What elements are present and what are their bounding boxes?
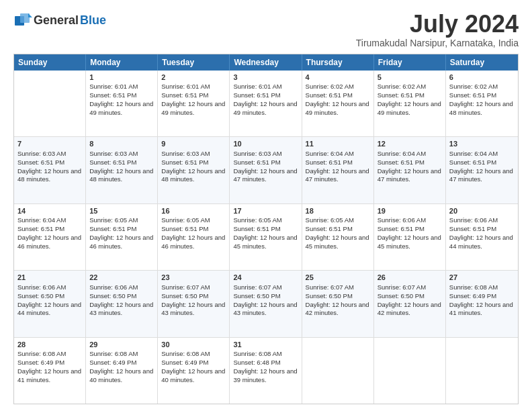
sunrise-text: Sunrise: 6:01 AM <box>233 83 281 90</box>
daylight-text: Daylight: 12 hours and 39 minutes. <box>233 367 297 383</box>
table-row: 14Sunrise: 6:04 AMSunset: 6:51 PMDayligh… <box>14 204 86 270</box>
table-row <box>302 338 374 404</box>
day-number: 9 <box>161 139 226 149</box>
table-row: 24Sunrise: 6:07 AMSunset: 6:50 PMDayligh… <box>230 271 302 336</box>
table-row: 3Sunrise: 6:01 AMSunset: 6:51 PMDaylight… <box>230 71 302 136</box>
sunset-text: Sunset: 6:51 PM <box>161 225 208 232</box>
day-number: 11 <box>306 139 370 149</box>
daylight-text: Daylight: 12 hours and 45 minutes. <box>378 234 441 250</box>
sunrise-text: Sunrise: 6:08 AM <box>233 350 281 357</box>
daylight-text: Daylight: 12 hours and 44 minutes. <box>17 301 81 317</box>
daylight-text: Daylight: 12 hours and 41 minutes. <box>449 301 513 317</box>
calendar-row: 21Sunrise: 6:06 AMSunset: 6:50 PMDayligh… <box>14 271 518 337</box>
logo-blue: Blue <box>80 13 106 28</box>
day-number: 4 <box>306 73 370 83</box>
day-number: 26 <box>378 273 442 283</box>
table-row: 31Sunrise: 6:08 AMSunset: 6:48 PMDayligh… <box>230 338 302 404</box>
day-number: 6 <box>449 73 515 83</box>
header-cell-wednesday: Wednesday <box>230 54 302 71</box>
day-number: 3 <box>233 73 298 83</box>
sunrise-text: Sunrise: 6:08 AM <box>161 350 210 357</box>
daylight-text: Daylight: 12 hours and 47 minutes. <box>306 167 369 183</box>
sunrise-text: Sunrise: 6:02 AM <box>449 83 498 90</box>
sunset-text: Sunset: 6:51 PM <box>378 225 425 232</box>
sunrise-text: Sunrise: 6:04 AM <box>449 150 498 157</box>
day-number: 27 <box>449 273 515 283</box>
daylight-text: Daylight: 12 hours and 49 minutes. <box>161 100 225 116</box>
sunrise-text: Sunrise: 6:06 AM <box>17 283 66 291</box>
table-row: 15Sunrise: 6:05 AMSunset: 6:51 PMDayligh… <box>86 204 158 270</box>
sunrise-text: Sunrise: 6:06 AM <box>449 216 498 224</box>
header-cell-sunday: Sunday <box>14 54 86 71</box>
sunset-text: Sunset: 6:51 PM <box>449 225 496 232</box>
sunrise-text: Sunrise: 6:02 AM <box>378 83 426 90</box>
title-location: Tirumakudal Narsipur, Karnataka, India <box>356 38 519 48</box>
sunrise-text: Sunrise: 6:06 AM <box>89 283 138 291</box>
table-row: 26Sunrise: 6:07 AMSunset: 6:50 PMDayligh… <box>374 271 446 336</box>
daylight-text: Daylight: 12 hours and 43 minutes. <box>233 301 297 317</box>
daylight-text: Daylight: 12 hours and 49 minutes. <box>89 100 153 116</box>
day-number: 12 <box>378 139 442 149</box>
daylight-text: Daylight: 12 hours and 48 minutes. <box>161 167 225 183</box>
day-number: 8 <box>89 139 154 149</box>
day-number: 10 <box>233 139 298 149</box>
daylight-text: Daylight: 12 hours and 40 minutes. <box>89 367 153 383</box>
sunset-text: Sunset: 6:51 PM <box>161 91 208 99</box>
sunset-text: Sunset: 6:49 PM <box>161 359 208 366</box>
header: General Blue July 2024 Tirumakudal Narsi… <box>13 11 519 48</box>
table-row: 13Sunrise: 6:04 AMSunset: 6:51 PMDayligh… <box>446 137 518 203</box>
table-row: 16Sunrise: 6:05 AMSunset: 6:51 PMDayligh… <box>158 204 230 270</box>
daylight-text: Daylight: 12 hours and 46 minutes. <box>17 234 81 250</box>
header-cell-saturday: Saturday <box>446 54 518 71</box>
sunset-text: Sunset: 6:51 PM <box>161 158 208 166</box>
daylight-text: Daylight: 12 hours and 43 minutes. <box>89 301 153 317</box>
day-number: 13 <box>449 139 515 149</box>
daylight-text: Daylight: 12 hours and 46 minutes. <box>89 234 153 250</box>
day-number: 30 <box>161 340 226 350</box>
calendar-header: SundayMondayTuesdayWednesdayThursdayFrid… <box>14 54 518 71</box>
day-number: 17 <box>233 206 298 216</box>
table-row: 25Sunrise: 6:07 AMSunset: 6:50 PMDayligh… <box>302 271 374 336</box>
table-row: 7Sunrise: 6:03 AMSunset: 6:51 PMDaylight… <box>14 137 86 203</box>
sunrise-text: Sunrise: 6:03 AM <box>161 150 210 157</box>
logo-general: General <box>34 13 79 28</box>
logo: General Blue <box>13 11 106 30</box>
sunset-text: Sunset: 6:50 PM <box>378 292 425 300</box>
daylight-text: Daylight: 12 hours and 47 minutes. <box>378 167 441 183</box>
day-number: 2 <box>161 73 226 83</box>
sunset-text: Sunset: 6:51 PM <box>89 91 136 99</box>
table-row: 17Sunrise: 6:05 AMSunset: 6:51 PMDayligh… <box>230 204 302 270</box>
sunset-text: Sunset: 6:49 PM <box>89 359 136 366</box>
sunrise-text: Sunrise: 6:06 AM <box>378 216 426 224</box>
day-number: 1 <box>89 73 154 83</box>
sunrise-text: Sunrise: 6:02 AM <box>306 83 354 90</box>
day-number: 15 <box>89 206 154 216</box>
table-row: 18Sunrise: 6:05 AMSunset: 6:51 PMDayligh… <box>302 204 374 270</box>
sunrise-text: Sunrise: 6:08 AM <box>449 283 498 291</box>
daylight-text: Daylight: 12 hours and 40 minutes. <box>161 367 225 383</box>
table-row: 4Sunrise: 6:02 AMSunset: 6:51 PMDaylight… <box>302 71 374 136</box>
calendar: SundayMondayTuesdayWednesdayThursdayFrid… <box>13 54 519 404</box>
day-number: 20 <box>449 206 515 216</box>
sunset-text: Sunset: 6:51 PM <box>89 225 136 232</box>
title-block: July 2024 Tirumakudal Narsipur, Karnatak… <box>356 11 519 48</box>
table-row: 27Sunrise: 6:08 AMSunset: 6:49 PMDayligh… <box>446 271 518 336</box>
sunset-text: Sunset: 6:51 PM <box>233 158 280 166</box>
day-number: 29 <box>89 340 154 350</box>
day-number: 7 <box>17 139 82 149</box>
table-row: 12Sunrise: 6:04 AMSunset: 6:51 PMDayligh… <box>374 137 446 203</box>
table-row: 1Sunrise: 6:01 AMSunset: 6:51 PMDaylight… <box>86 71 158 136</box>
daylight-text: Daylight: 12 hours and 46 minutes. <box>161 234 225 250</box>
calendar-row: 1Sunrise: 6:01 AMSunset: 6:51 PMDaylight… <box>14 71 518 137</box>
day-number: 25 <box>306 273 370 283</box>
header-cell-tuesday: Tuesday <box>158 54 230 71</box>
header-cell-thursday: Thursday <box>302 54 374 71</box>
calendar-row: 28Sunrise: 6:08 AMSunset: 6:49 PMDayligh… <box>14 338 518 404</box>
table-row: 11Sunrise: 6:04 AMSunset: 6:51 PMDayligh… <box>302 137 374 203</box>
table-row: 21Sunrise: 6:06 AMSunset: 6:50 PMDayligh… <box>14 271 86 336</box>
table-row: 23Sunrise: 6:07 AMSunset: 6:50 PMDayligh… <box>158 271 230 336</box>
day-number: 19 <box>378 206 442 216</box>
day-number: 31 <box>233 340 298 350</box>
sunset-text: Sunset: 6:51 PM <box>89 158 136 166</box>
sunrise-text: Sunrise: 6:08 AM <box>17 350 66 357</box>
